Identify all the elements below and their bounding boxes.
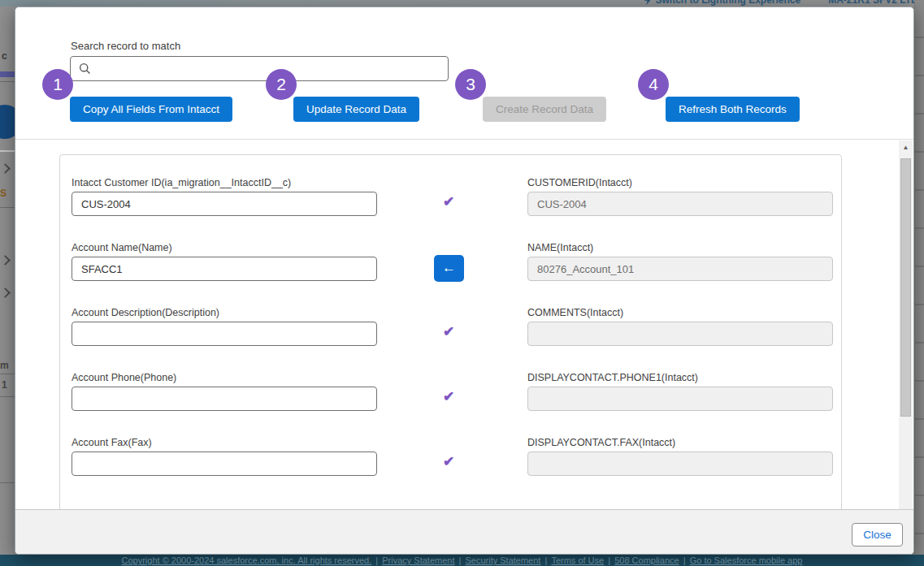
background-fragment (0, 150, 15, 152)
background-fragment: m (0, 360, 9, 371)
background-fragment (0, 482, 15, 483)
background-fragment (0, 374, 15, 374)
step-action-button[interactable]: Update Record Data (293, 97, 419, 122)
step-number-badge: 3 (455, 69, 486, 100)
intacct-field-label: DISPLAYCONTACT.PHONE1(Intacct) (527, 372, 698, 383)
sf-field-input[interactable] (72, 257, 377, 281)
sf-field-label: Account Phone(Phone) (72, 372, 176, 383)
step-action-button: Create Record Data (483, 97, 606, 122)
chevron-right-icon (0, 255, 11, 266)
footer-separator: | (540, 555, 551, 565)
intacct-field-label: COMMENTS(Intacct) (527, 307, 623, 318)
field-mapping-card: Intacct Customer ID(ia_migration__Intacc… (59, 154, 842, 511)
field-mapping-row: Account Name(Name) ← NAME(Intacct) (60, 242, 841, 307)
background-fragment: 1 (2, 379, 7, 391)
chevron-right-icon (0, 287, 11, 298)
footer-link: 508 Compliance (614, 555, 679, 565)
modal-scrollbar[interactable]: ▲ (899, 140, 913, 511)
footer-separator: | (679, 555, 690, 565)
step-action-button[interactable]: Copy All Fields From Intacct (70, 97, 232, 122)
background-fragment (0, 71, 15, 77)
check-icon: ✔ (436, 193, 462, 210)
footer-separator: | (604, 555, 614, 565)
modal-footer: Close (15, 509, 913, 554)
chevron-right-icon (0, 163, 11, 174)
step-number-badge: 1 (42, 69, 73, 100)
sf-field-input[interactable] (72, 322, 377, 346)
close-button[interactable]: Close (852, 523, 903, 547)
check-icon: ✔ (436, 323, 462, 340)
step-group: 1 Copy All Fields From Intacct (42, 69, 254, 127)
background-page-scroll-area (914, 0, 924, 566)
sf-field-input[interactable] (72, 192, 377, 216)
background-fragment (0, 396, 15, 397)
check-icon: ✔ (436, 453, 462, 470)
sf-field-input[interactable] (72, 452, 377, 476)
step-group: 3 Create Record Data (455, 69, 666, 127)
switch-to-lightning-link: Switch to Lightning Experience (644, 0, 801, 6)
footer-link: Privacy Statement (382, 555, 454, 565)
background-fragment (0, 207, 15, 208)
field-mapping-row: Account Description(Description) ✔ COMME… (60, 307, 841, 372)
footer-link: Security Statement (465, 555, 540, 565)
step-number-badge: 4 (638, 69, 669, 100)
lightning-bolt-icon (644, 0, 652, 5)
step-action-button[interactable]: Refresh Both Records (666, 97, 800, 122)
background-fragment (0, 81, 15, 82)
intacct-field-input (527, 192, 833, 216)
org-name-label: MA-21R1 SFV2 LTD. (828, 0, 921, 6)
copyright-text: Copyright © 2000-2024 salesforce.com, in… (122, 555, 372, 565)
intacct-field-label: DISPLAYCONTACT.FAX(Intacct) (527, 437, 675, 448)
intacct-field-input (527, 322, 833, 346)
background-page-footer: Copyright © 2000-2024 salesforce.com, in… (0, 555, 924, 566)
field-mapping-row: Account Fax(Fax) ✔ DISPLAYCONTACT.FAX(In… (60, 437, 841, 502)
footer-link: Go to Salesforce mobile app (690, 555, 803, 565)
sf-field-label: Account Description(Description) (72, 307, 219, 318)
footer-separator: | (454, 555, 465, 565)
field-mapping-row: Account Phone(Phone) ✔ DISPLAYCONTACT.PH… (60, 372, 841, 437)
step-group: 4 Refresh Both Records (638, 69, 849, 127)
modal-body: Intacct Customer ID(ia_migration__Intacc… (15, 139, 913, 511)
intacct-field-input (527, 452, 833, 476)
step-number-badge: 2 (266, 69, 297, 100)
footer-links: | Privacy Statement | Security Statement… (374, 555, 802, 565)
footer-link: Terms of Use (551, 555, 604, 565)
scrollbar-thumb[interactable] (900, 158, 911, 417)
search-label: Search record to match (71, 40, 180, 52)
copy-left-arrow-button[interactable]: ← (434, 255, 464, 282)
record-match-modal: Search record to match 1 Copy All Fields… (15, 6, 914, 555)
check-icon: ✔ (436, 388, 462, 405)
intacct-field-label: CUSTOMERID(Intacct) (527, 177, 632, 188)
sf-field-input[interactable] (72, 387, 377, 411)
sf-field-label: Intacct Customer ID(ia_migration__Intacc… (72, 177, 291, 188)
intacct-field-input (527, 257, 833, 281)
background-fragment: S (0, 188, 7, 199)
sf-field-label: Account Fax(Fax) (72, 437, 152, 448)
background-top-bar: Switch to Lightning Experience MA-21R1 S… (0, 0, 924, 6)
background-fragment: c (2, 50, 7, 62)
scroll-up-arrow-icon[interactable]: ▲ (899, 140, 913, 154)
screen: Switch to Lightning Experience MA-21R1 S… (0, 0, 924, 566)
intacct-field-input (527, 387, 833, 411)
field-mapping-row: Intacct Customer ID(ia_migration__Intacc… (60, 177, 841, 242)
step-group: 2 Update Record Data (266, 69, 477, 127)
sf-field-label: Account Name(Name) (72, 242, 172, 253)
intacct-field-label: NAME(Intacct) (527, 242, 593, 253)
footer-separator: | (374, 555, 382, 565)
